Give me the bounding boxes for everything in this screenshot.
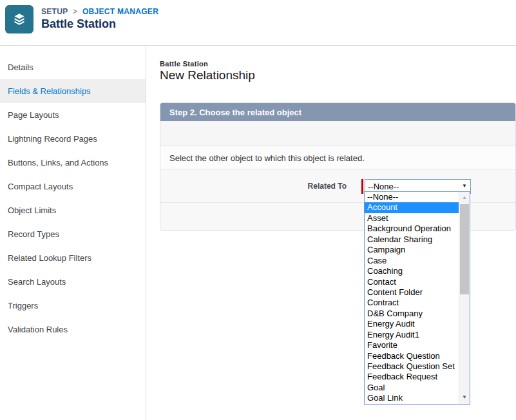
dropdown-scrollbar[interactable]: ▲ ▼ bbox=[459, 192, 470, 404]
instruction-row: Select the other object to which this ob… bbox=[160, 146, 515, 170]
dropdown-option[interactable]: Contact bbox=[365, 277, 459, 287]
dropdown-option[interactable]: Goal bbox=[365, 383, 459, 393]
sidebar-item-record-types[interactable]: Record Types bbox=[0, 222, 146, 246]
page-title: New Relationship bbox=[160, 68, 255, 82]
dropdown-option-highlighted[interactable]: Account bbox=[365, 202, 459, 213]
breadcrumb-setup-link[interactable]: SETUP bbox=[41, 7, 68, 16]
sidebar-item-buttons-links-actions[interactable]: Buttons, Links, and Actions bbox=[0, 151, 146, 175]
chevron-down-icon: ▼ bbox=[462, 184, 467, 189]
object-title: Battle Station bbox=[41, 17, 116, 31]
main-content: Battle Station New Relationship Step 2. … bbox=[147, 46, 516, 420]
instruction-text: Select the other object to which this ob… bbox=[169, 153, 365, 163]
sidebar-item-search-layouts[interactable]: Search Layouts bbox=[0, 270, 146, 294]
dropdown-option[interactable]: Calendar Sharing bbox=[365, 234, 459, 245]
sidebar-item-object-limits[interactable]: Object Limits bbox=[0, 198, 146, 222]
dropdown-option[interactable]: Background Operation bbox=[365, 224, 459, 234]
breadcrumb-object-manager-link[interactable]: OBJECT MANAGER bbox=[82, 7, 158, 16]
dropdown-option[interactable]: Coaching bbox=[365, 266, 459, 276]
dropdown-option[interactable]: Feedback Request bbox=[365, 372, 459, 382]
step-header-bar: Step 2. Choose the related object bbox=[160, 103, 515, 121]
dropdown-option[interactable]: Energy Audit1 bbox=[365, 330, 459, 340]
context-object-name: Battle Station bbox=[160, 60, 208, 68]
dropdown-option[interactable]: Content Folder bbox=[365, 287, 459, 298]
dropdown-option[interactable]: Feedback Question Set bbox=[365, 361, 459, 372]
sidebar-item-validation-rules[interactable]: Validation Rules bbox=[0, 318, 146, 341]
step-header-text: Step 2. Choose the related object bbox=[169, 108, 301, 117]
dropdown-option[interactable]: Campaign bbox=[365, 245, 459, 255]
related-to-label: Related To bbox=[160, 182, 347, 191]
dropdown-option[interactable]: Energy Audit bbox=[365, 319, 459, 329]
sidebar-item-related-lookup-filters[interactable]: Related Lookup Filters bbox=[0, 246, 146, 270]
dropdown-option[interactable]: D&B Company bbox=[365, 309, 459, 319]
scroll-down-icon[interactable]: ▼ bbox=[459, 392, 470, 403]
setup-header: SETUP > OBJECT MANAGER Battle Station bbox=[0, 0, 516, 46]
related-to-dropdown-list: --None-- Account Asset Background Operat… bbox=[364, 191, 470, 405]
breadcrumb-separator: > bbox=[73, 7, 77, 16]
object-manager-stack-icon bbox=[5, 5, 33, 33]
breadcrumb: SETUP > OBJECT MANAGER bbox=[41, 7, 158, 16]
object-manager-sidebar: Details Fields & Relationships Page Layo… bbox=[0, 46, 146, 420]
selected-value: --None-- bbox=[368, 182, 399, 191]
scroll-up-icon[interactable]: ▲ bbox=[459, 192, 470, 203]
required-field-indicator bbox=[361, 179, 363, 194]
section-spacer-row bbox=[160, 121, 515, 146]
dropdown-option[interactable]: Case bbox=[365, 256, 459, 266]
dropdown-option[interactable]: Asset bbox=[365, 213, 459, 224]
dropdown-option[interactable]: Feedback Question bbox=[365, 351, 459, 361]
sidebar-item-details[interactable]: Details bbox=[0, 55, 146, 79]
dropdown-option[interactable]: Favorite bbox=[365, 340, 459, 350]
sidebar-item-compact-layouts[interactable]: Compact Layouts bbox=[0, 175, 146, 198]
dropdown-option[interactable]: Goal Link bbox=[365, 393, 459, 403]
sidebar-item-lightning-record-pages[interactable]: Lightning Record Pages bbox=[0, 127, 146, 151]
dropdown-options: --None-- Account Asset Background Operat… bbox=[365, 192, 459, 404]
scrollbar-thumb[interactable] bbox=[460, 204, 469, 294]
sidebar-item-triggers[interactable]: Triggers bbox=[0, 294, 146, 318]
dropdown-option[interactable]: --None-- bbox=[365, 192, 459, 202]
layers-glyph bbox=[10, 10, 29, 29]
sidebar-item-fields-relationships[interactable]: Fields & Relationships bbox=[0, 79, 146, 103]
dropdown-option[interactable]: Contract bbox=[365, 298, 459, 308]
sidebar-item-page-layouts[interactable]: Page Layouts bbox=[0, 103, 146, 127]
